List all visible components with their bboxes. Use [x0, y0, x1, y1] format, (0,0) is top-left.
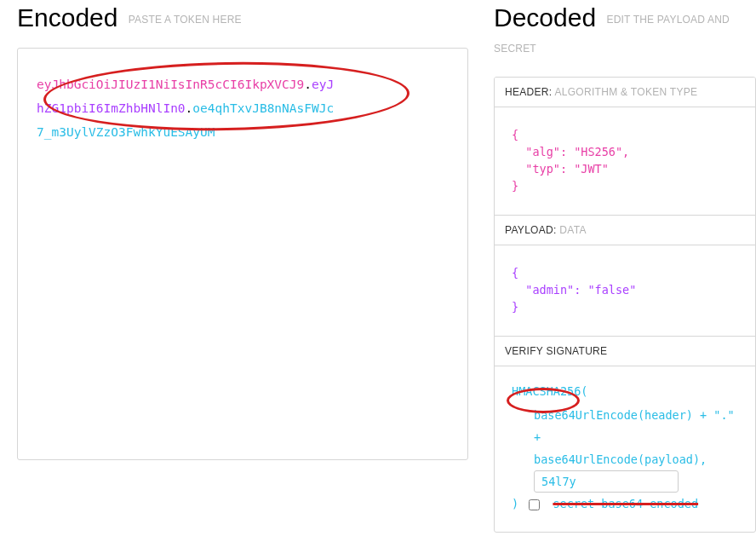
header-section-sub: ALGORITHM & TOKEN TYPE [554, 86, 697, 98]
header-json-editor[interactable]: { "alg": "HS256", "typ": "JWT" } [495, 107, 755, 215]
header-section-head: HEADER: ALGORITHM & TOKEN TYPE [495, 78, 755, 107]
token-signature-segment-a: oe4qhTxvJB8nNAsFWJc [192, 101, 334, 115]
verify-section-label: VERIFY SIGNATURE [505, 345, 607, 357]
secret-input[interactable] [534, 470, 679, 493]
payload-section-sub: DATA [559, 224, 586, 236]
encoded-token-text[interactable]: eyJhbGciOiJIUzI1NiIsInR5cCI6IkpXVCJ9.eyJ… [37, 72, 449, 144]
payload-section-head: PAYLOAD: DATA [495, 215, 755, 245]
token-payload-segment-b: hZG1pbiI6ImZhbHNlIn0 [37, 101, 186, 115]
encoded-subtitle: PASTE A TOKEN HERE [129, 14, 242, 26]
decoded-panels: HEADER: ALGORITHM & TOKEN TYPE { "alg": … [494, 77, 756, 533]
verify-signature-body: HMACSHA256( base64UrlEncode(header) + ".… [495, 366, 755, 532]
payload-section-label: PAYLOAD: [505, 224, 557, 236]
secret-base64-checkbox[interactable] [529, 499, 540, 510]
sig-line-1: HMACSHA256( [512, 384, 587, 398]
sig-close-paren: ) [512, 497, 525, 510]
token-signature-segment-b: 7_m3UylVZzO3FwhkYuESAyUM [37, 125, 215, 139]
encoded-title: Encoded PASTE A TOKEN HERE [17, 3, 468, 32]
header-section-label: HEADER: [505, 86, 552, 98]
token-header-segment: eyJhbGciOiJIUzI1NiIsInR5cCI6IkpXVCJ9 [37, 78, 304, 91]
payload-json-editor[interactable]: { "admin": "false" } [495, 245, 755, 336]
sig-line-3: base64UrlEncode(payload), [534, 448, 742, 470]
token-dot-1: . [304, 78, 312, 91]
secret-base64-label: secret base64 encoded [553, 497, 698, 510]
decoded-title-text: Decoded [494, 3, 596, 32]
decoded-title: Decoded EDIT THE PAYLOAD AND SECRET [494, 3, 756, 61]
token-payload-segment-a: eyJ [312, 78, 334, 91]
verify-section-head: VERIFY SIGNATURE [495, 336, 755, 366]
encoded-title-text: Encoded [17, 3, 117, 32]
sig-line-2: base64UrlEncode(header) + "." + [534, 404, 742, 448]
encoded-editor-box[interactable]: eyJhbGciOiJIUzI1NiIsInR5cCI6IkpXVCJ9.eyJ… [17, 48, 468, 460]
